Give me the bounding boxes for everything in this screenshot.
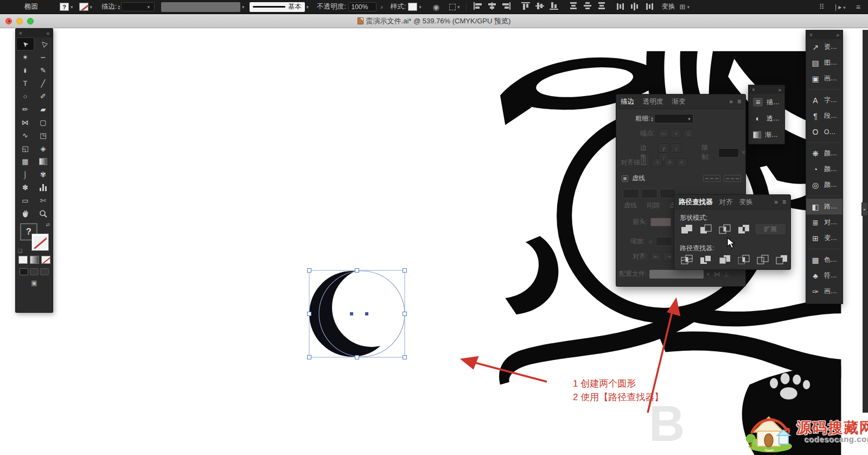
none-button[interactable]	[41, 256, 50, 264]
distribute-hcenter-icon[interactable]	[630, 2, 640, 12]
transform-options-icon[interactable]: ⊞	[680, 3, 686, 11]
chevron-down-icon[interactable]: ▾	[242, 4, 245, 10]
profile-field[interactable]	[649, 270, 704, 279]
workspace-switcher-icon[interactable]: ❘▸▾	[833, 3, 847, 11]
collapse-icon[interactable]: «	[46, 30, 49, 36]
place-arrow-icon[interactable]: ⇥	[663, 252, 674, 261]
artboard-tool[interactable]: ▭	[16, 194, 34, 207]
panel-menu-icon[interactable]: ≡	[737, 98, 741, 105]
projecting-cap-button[interactable]: ▯	[683, 129, 694, 138]
select-similar-icon[interactable]	[449, 4, 456, 10]
symbol-sprayer-tool[interactable]: ✽	[16, 181, 34, 194]
minus-back-button[interactable]	[776, 255, 788, 266]
dock-item-asset-export[interactable]: ↗资…	[806, 39, 843, 55]
dock-item-color[interactable]: ❋颜…	[806, 146, 843, 161]
align-dash-icon[interactable]	[724, 175, 741, 182]
double-chevron-icon[interactable]: »	[729, 98, 733, 105]
gradient-tool[interactable]	[34, 155, 52, 168]
trim-button[interactable]	[700, 255, 712, 266]
default-fill-stroke-icon[interactable]: ❏	[18, 248, 22, 254]
tab-stroke[interactable]: 描边	[621, 97, 634, 106]
grid-icon[interactable]: ⠿	[819, 3, 825, 11]
butt-cap-button[interactable]: ▭	[658, 129, 669, 138]
dock-item-artboards[interactable]: ▣画…	[806, 71, 843, 86]
round-join-button[interactable]: ╭	[671, 143, 681, 153]
limit-field[interactable]	[718, 148, 739, 157]
align-right-icon[interactable]	[501, 2, 511, 12]
mini-dock-item-opacity[interactable]: ◐透…	[749, 110, 784, 127]
chevron-down-icon[interactable]: ▾	[843, 5, 846, 10]
direct-selection-tool[interactable]: ▷	[34, 37, 52, 50]
mini-dock-item-gradient[interactable]: 渐…	[749, 127, 784, 143]
distribute-vcenter-icon[interactable]	[583, 2, 592, 12]
close-icon[interactable]: ×	[742, 149, 745, 156]
dock-item-transform[interactable]: ⊞变…	[806, 230, 843, 246]
weight-stepper[interactable]: ▴▾	[651, 116, 653, 122]
swap-fill-stroke-icon[interactable]: ⇄	[46, 222, 50, 228]
mini-dock-item-stroke[interactable]: ≡描…	[749, 94, 784, 110]
graph-tool[interactable]	[34, 181, 52, 194]
mesh-tool[interactable]: ▦	[16, 155, 34, 168]
extend-arrow-icon[interactable]: ⇤	[650, 252, 661, 261]
opacity-options-button[interactable]: ›	[381, 3, 383, 11]
free-transform-tool[interactable]: ▢	[34, 116, 52, 129]
exclude-button[interactable]	[738, 224, 750, 236]
variable-width-profile-field[interactable]	[161, 2, 240, 12]
draw-behind-button[interactable]	[30, 268, 39, 275]
dock-item-layers[interactable]: ▤图…	[806, 55, 843, 71]
color-button[interactable]	[18, 256, 28, 264]
dock-item-align[interactable]: ≣对…	[806, 214, 843, 230]
align-left-icon[interactable]	[473, 2, 483, 12]
tab-transparency[interactable]: 透明度	[643, 97, 663, 106]
scale-field[interactable]	[656, 237, 672, 246]
flip-across-icon[interactable]: ⊥	[724, 270, 729, 278]
weight-field[interactable]: ▾	[654, 114, 693, 123]
distribute-top-icon[interactable]	[569, 2, 578, 12]
ellipse-tool[interactable]: ○	[16, 90, 34, 103]
dock-item-character[interactable]: A字…	[806, 92, 843, 108]
align-outside-stroke-button[interactable]: ╛	[676, 158, 687, 167]
chevron-down-icon[interactable]: ▾	[90, 4, 93, 10]
puppet-warp-tool[interactable]: ◳	[34, 129, 52, 142]
opacity-field[interactable]: 100%	[348, 2, 376, 11]
dock-item-color-guide[interactable]: ◔颜…	[806, 161, 843, 177]
flip-along-icon[interactable]: ⋈	[714, 270, 720, 278]
document-setup-icon[interactable]: ◉	[433, 3, 439, 11]
paintbrush-tool[interactable]: ✐	[34, 90, 52, 103]
zoom-tool[interactable]	[34, 207, 52, 220]
align-middle-icon[interactable]	[535, 2, 545, 12]
blend-tool[interactable]: ✾	[34, 168, 52, 181]
merge-button[interactable]	[719, 255, 731, 266]
crop-button[interactable]	[738, 255, 750, 266]
align-inside-stroke-button[interactable]: ╧	[664, 158, 675, 167]
brush-definition-field[interactable]: 基本	[250, 2, 305, 12]
chevron-down-icon[interactable]: ▾	[687, 4, 690, 10]
chevron-down-icon[interactable]: ▾	[148, 4, 150, 10]
double-chevron-icon[interactable]: »	[774, 198, 778, 206]
dashed-line-checkbox[interactable]	[622, 175, 628, 182]
chevron-down-icon[interactable]: ▾	[71, 4, 73, 10]
chevron-down-icon[interactable]: ▾	[707, 271, 710, 277]
tab-pathfinder[interactable]: 路径查找器	[679, 198, 713, 207]
dock-item-pathfinder[interactable]: ◧路…	[806, 199, 843, 214]
tab-transform[interactable]: 变换	[739, 198, 753, 207]
fill-color-swatch[interactable]: ?	[60, 3, 69, 11]
dock-item-recolor-artwork[interactable]: ◎颜…	[806, 177, 843, 193]
expand-icon[interactable]: »	[778, 87, 781, 93]
pen-tool[interactable]: ✒	[16, 64, 34, 77]
link-scale-icon[interactable]: ○	[648, 238, 652, 245]
minus-front-button[interactable]	[700, 224, 712, 236]
perspective-grid-tool[interactable]: ◈	[34, 142, 52, 155]
dock-item-paragraph[interactable]: ¶段…	[806, 108, 843, 124]
align-center-stroke-button[interactable]: ╘	[652, 158, 662, 167]
chevron-down-icon[interactable]: ▾	[307, 4, 309, 10]
panel-menu-icon[interactable]: ≡	[782, 198, 786, 206]
type-tool[interactable]: T	[16, 77, 34, 90]
distribute-left-icon[interactable]	[616, 2, 626, 12]
intersect-button[interactable]	[719, 224, 731, 236]
crescent-artwork-selection[interactable]	[304, 266, 412, 364]
dock-item-symbols[interactable]: ♣符…	[806, 268, 843, 283]
tab-align[interactable]: 对齐	[719, 198, 733, 207]
close-icon[interactable]: ×	[19, 30, 22, 36]
arrowhead-start-field[interactable]	[650, 218, 671, 226]
